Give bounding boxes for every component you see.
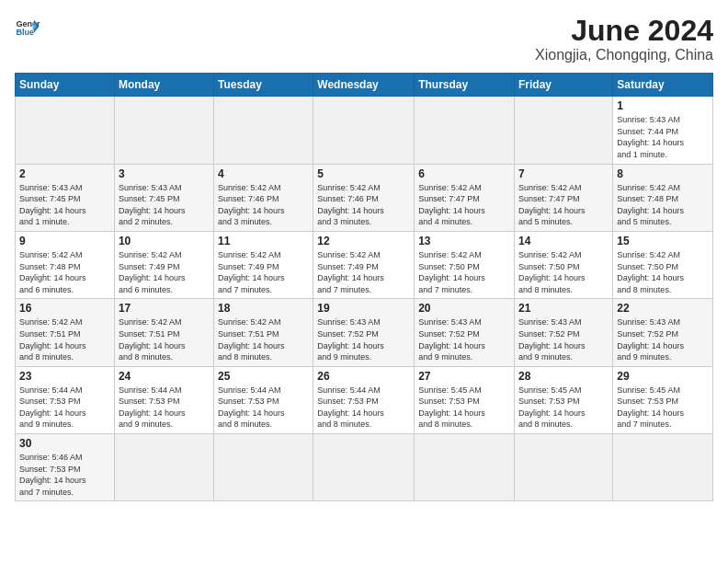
calendar-day-cell	[114, 434, 213, 501]
calendar-day-cell: 17Sunrise: 5:42 AM Sunset: 7:51 PM Dayli…	[114, 299, 213, 366]
logo: General Blue	[15, 15, 40, 40]
calendar-day-cell: 7Sunrise: 5:42 AM Sunset: 7:47 PM Daylig…	[515, 164, 613, 231]
calendar-day-cell	[214, 97, 313, 164]
day-info: Sunrise: 5:43 AM Sunset: 7:44 PM Dayligh…	[617, 114, 709, 160]
calendar-day-cell: 22Sunrise: 5:43 AM Sunset: 7:52 PM Dayli…	[613, 299, 713, 366]
calendar-day-cell	[515, 97, 613, 164]
calendar-day-cell: 18Sunrise: 5:42 AM Sunset: 7:51 PM Dayli…	[214, 299, 313, 366]
calendar-day-cell: 19Sunrise: 5:43 AM Sunset: 7:52 PM Dayli…	[313, 299, 415, 366]
day-number: 3	[119, 167, 210, 180]
day-number: 25	[218, 370, 309, 383]
day-number: 14	[518, 235, 609, 247]
day-info: Sunrise: 5:45 AM Sunset: 7:53 PM Dayligh…	[617, 385, 709, 431]
calendar-header-row: SundayMondayTuesdayWednesdayThursdayFrid…	[16, 74, 713, 97]
calendar-day-cell: 1Sunrise: 5:43 AM Sunset: 7:44 PM Daylig…	[613, 97, 713, 164]
day-number: 1	[617, 99, 709, 112]
calendar-day-cell: 3Sunrise: 5:43 AM Sunset: 7:45 PM Daylig…	[114, 164, 213, 231]
calendar-day-cell: 16Sunrise: 5:42 AM Sunset: 7:51 PM Dayli…	[16, 299, 115, 366]
day-number: 7	[518, 167, 609, 180]
day-number: 13	[418, 235, 510, 247]
day-info: Sunrise: 5:42 AM Sunset: 7:48 PM Dayligh…	[19, 249, 110, 295]
calendar-day-cell: 4Sunrise: 5:42 AM Sunset: 7:46 PM Daylig…	[214, 164, 313, 231]
calendar-day-cell: 12Sunrise: 5:42 AM Sunset: 7:49 PM Dayli…	[313, 231, 415, 298]
day-info: Sunrise: 5:46 AM Sunset: 7:53 PM Dayligh…	[19, 452, 110, 498]
calendar-day-cell: 5Sunrise: 5:42 AM Sunset: 7:46 PM Daylig…	[313, 164, 415, 231]
day-info: Sunrise: 5:43 AM Sunset: 7:45 PM Dayligh…	[119, 182, 210, 228]
calendar-day-header: Saturday	[613, 74, 713, 97]
day-info: Sunrise: 5:44 AM Sunset: 7:53 PM Dayligh…	[119, 385, 210, 431]
svg-text:Blue: Blue	[16, 28, 34, 37]
calendar-day-cell	[114, 97, 213, 164]
calendar-day-cell: 23Sunrise: 5:44 AM Sunset: 7:53 PM Dayli…	[16, 366, 115, 433]
calendar-day-header: Thursday	[415, 74, 515, 97]
calendar-week-row: 1Sunrise: 5:43 AM Sunset: 7:44 PM Daylig…	[16, 97, 713, 164]
day-info: Sunrise: 5:43 AM Sunset: 7:52 PM Dayligh…	[317, 316, 410, 362]
day-number: 30	[19, 437, 110, 450]
calendar-day-cell: 2Sunrise: 5:43 AM Sunset: 7:45 PM Daylig…	[16, 164, 115, 231]
calendar-day-header: Tuesday	[214, 74, 313, 97]
day-info: Sunrise: 5:43 AM Sunset: 7:52 PM Dayligh…	[418, 316, 510, 362]
calendar-day-cell: 9Sunrise: 5:42 AM Sunset: 7:48 PM Daylig…	[16, 231, 115, 298]
calendar-day-cell: 26Sunrise: 5:44 AM Sunset: 7:53 PM Dayli…	[313, 366, 415, 433]
day-info: Sunrise: 5:44 AM Sunset: 7:53 PM Dayligh…	[19, 385, 110, 431]
generalblue-logo-icon: General Blue	[15, 15, 40, 40]
day-info: Sunrise: 5:42 AM Sunset: 7:47 PM Dayligh…	[518, 182, 609, 228]
calendar-day-cell: 24Sunrise: 5:44 AM Sunset: 7:53 PM Dayli…	[114, 366, 213, 433]
calendar-week-row: 16Sunrise: 5:42 AM Sunset: 7:51 PM Dayli…	[16, 299, 713, 366]
calendar-day-cell: 11Sunrise: 5:42 AM Sunset: 7:49 PM Dayli…	[214, 231, 313, 298]
month-title: June 2024	[535, 15, 713, 47]
calendar-day-cell	[16, 97, 115, 164]
day-info: Sunrise: 5:42 AM Sunset: 7:49 PM Dayligh…	[218, 249, 309, 295]
calendar-day-header: Monday	[114, 74, 213, 97]
day-info: Sunrise: 5:42 AM Sunset: 7:47 PM Dayligh…	[418, 182, 510, 228]
calendar-day-cell: 14Sunrise: 5:42 AM Sunset: 7:50 PM Dayli…	[515, 231, 613, 298]
day-number: 5	[317, 167, 410, 180]
day-info: Sunrise: 5:43 AM Sunset: 7:52 PM Dayligh…	[617, 316, 709, 362]
calendar-day-cell	[313, 97, 415, 164]
calendar-day-cell: 27Sunrise: 5:45 AM Sunset: 7:53 PM Dayli…	[415, 366, 515, 433]
day-info: Sunrise: 5:42 AM Sunset: 7:50 PM Dayligh…	[617, 249, 709, 295]
day-info: Sunrise: 5:42 AM Sunset: 7:48 PM Dayligh…	[617, 182, 709, 228]
calendar-day-header: Friday	[515, 74, 613, 97]
day-number: 2	[19, 167, 110, 180]
day-info: Sunrise: 5:45 AM Sunset: 7:53 PM Dayligh…	[418, 385, 510, 431]
day-number: 11	[218, 235, 309, 247]
calendar-week-row: 23Sunrise: 5:44 AM Sunset: 7:53 PM Dayli…	[16, 366, 713, 433]
calendar-day-cell	[214, 434, 313, 501]
day-number: 20	[418, 302, 510, 315]
day-number: 26	[317, 370, 410, 383]
day-number: 18	[218, 302, 309, 315]
day-number: 12	[317, 235, 410, 247]
page: General Blue June 2024 Xiongjia, Chongqi…	[0, 0, 728, 511]
day-number: 24	[119, 370, 210, 383]
day-info: Sunrise: 5:42 AM Sunset: 7:51 PM Dayligh…	[119, 316, 210, 362]
calendar-day-cell: 25Sunrise: 5:44 AM Sunset: 7:53 PM Dayli…	[214, 366, 313, 433]
day-number: 29	[617, 370, 709, 383]
calendar-week-row: 30Sunrise: 5:46 AM Sunset: 7:53 PM Dayli…	[16, 434, 713, 501]
day-number: 10	[119, 235, 210, 247]
calendar-table: SundayMondayTuesdayWednesdayThursdayFrid…	[15, 73, 713, 501]
calendar-day-header: Sunday	[16, 74, 115, 97]
day-number: 23	[19, 370, 110, 383]
day-number: 28	[518, 370, 609, 383]
calendar-day-header: Wednesday	[313, 74, 415, 97]
calendar-day-cell	[415, 434, 515, 501]
day-number: 15	[617, 235, 709, 247]
day-number: 19	[317, 302, 410, 315]
calendar-day-cell	[613, 434, 713, 501]
day-info: Sunrise: 5:42 AM Sunset: 7:46 PM Dayligh…	[218, 182, 309, 228]
day-number: 21	[518, 302, 609, 315]
calendar-day-cell	[313, 434, 415, 501]
calendar-day-cell: 10Sunrise: 5:42 AM Sunset: 7:49 PM Dayli…	[114, 231, 213, 298]
day-number: 22	[617, 302, 709, 315]
day-info: Sunrise: 5:42 AM Sunset: 7:49 PM Dayligh…	[119, 249, 210, 295]
day-number: 4	[218, 167, 309, 180]
calendar-day-cell: 28Sunrise: 5:45 AM Sunset: 7:53 PM Dayli…	[515, 366, 613, 433]
day-info: Sunrise: 5:42 AM Sunset: 7:49 PM Dayligh…	[317, 249, 410, 295]
calendar-day-cell	[415, 97, 515, 164]
day-number: 8	[617, 167, 709, 180]
day-info: Sunrise: 5:42 AM Sunset: 7:50 PM Dayligh…	[518, 249, 609, 295]
day-info: Sunrise: 5:42 AM Sunset: 7:50 PM Dayligh…	[418, 249, 510, 295]
calendar-day-cell: 21Sunrise: 5:43 AM Sunset: 7:52 PM Dayli…	[515, 299, 613, 366]
day-info: Sunrise: 5:43 AM Sunset: 7:45 PM Dayligh…	[19, 182, 110, 228]
